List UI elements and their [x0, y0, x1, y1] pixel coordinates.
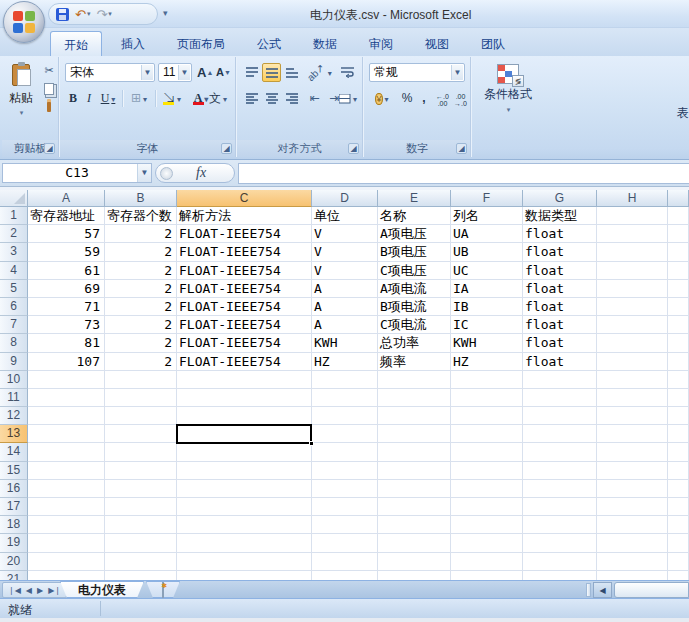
cell-F2[interactable]: UA — [451, 225, 523, 243]
font-name-caret-icon[interactable]: ▼ — [141, 65, 153, 80]
insert-function-button[interactable]: fx — [155, 163, 235, 183]
cell-H10[interactable] — [597, 371, 668, 389]
row-header-8[interactable]: 8 — [0, 334, 28, 352]
alignment-dialog-launcher[interactable]: ◢ — [348, 143, 359, 154]
cell-G10[interactable] — [523, 371, 597, 389]
cell-G21[interactable] — [523, 571, 597, 580]
cell-I14[interactable] — [668, 443, 689, 461]
cell-I5[interactable] — [668, 280, 689, 298]
last-sheet-button[interactable]: ▶❘ — [46, 586, 63, 595]
row-header-2[interactable]: 2 — [0, 225, 28, 243]
cell-A10[interactable] — [28, 371, 105, 389]
cell-E21[interactable] — [378, 571, 451, 580]
cell-G7[interactable]: float — [523, 316, 597, 334]
cell-G16[interactable] — [523, 480, 597, 498]
cell-A1[interactable]: 寄存器地址 — [28, 207, 105, 225]
accounting-format-button[interactable]: ¥ — [369, 89, 395, 108]
cell-F21[interactable] — [451, 571, 523, 580]
next-sheet-button[interactable]: ▶ — [35, 586, 45, 595]
cell-B19[interactable] — [105, 534, 177, 552]
column-header-G[interactable]: G — [523, 190, 597, 207]
cell-H21[interactable] — [597, 571, 668, 580]
cell-I13[interactable] — [668, 425, 689, 443]
cut-button[interactable]: ✂ — [40, 62, 58, 79]
font-size-caret-icon[interactable]: ▼ — [178, 65, 190, 80]
cell-C6[interactable]: FLOAT-IEEE754 — [177, 298, 312, 316]
cell-G15[interactable] — [523, 462, 597, 480]
formula-input[interactable] — [238, 163, 689, 184]
cell-B21[interactable] — [105, 571, 177, 580]
shrink-font-button[interactable]: A▼ — [215, 63, 232, 82]
cell-H13[interactable] — [597, 425, 668, 443]
cell-D21[interactable] — [312, 571, 378, 580]
cell-G3[interactable]: float — [523, 243, 597, 261]
row-header-13[interactable]: 13 — [0, 425, 28, 443]
row-header-12[interactable]: 12 — [0, 407, 28, 425]
cell-C12[interactable] — [177, 407, 312, 425]
bold-button[interactable]: B — [65, 89, 81, 108]
cell-D12[interactable] — [312, 407, 378, 425]
cell-I16[interactable] — [668, 480, 689, 498]
cell-B15[interactable] — [105, 462, 177, 480]
cell-B11[interactable] — [105, 389, 177, 407]
cell-A15[interactable] — [28, 462, 105, 480]
cell-E20[interactable] — [378, 553, 451, 571]
cell-A21[interactable] — [28, 571, 105, 580]
cell-A9[interactable]: 107 — [28, 353, 105, 371]
select-all-corner[interactable] — [0, 190, 28, 207]
ribbon-tab-4[interactable]: 数据 — [300, 31, 350, 56]
cell-B6[interactable]: 2 — [105, 298, 177, 316]
cell-C14[interactable] — [177, 443, 312, 461]
column-header-C[interactable]: C — [177, 190, 312, 207]
cell-F12[interactable] — [451, 407, 523, 425]
cell-H9[interactable] — [597, 353, 668, 371]
column-header-D[interactable]: D — [312, 190, 378, 207]
cell-E14[interactable] — [378, 443, 451, 461]
wrap-text-button[interactable] — [337, 63, 357, 82]
row-header-10[interactable]: 10 — [0, 371, 28, 389]
cell-C8[interactable]: FLOAT-IEEE754 — [177, 334, 312, 352]
cell-C21[interactable] — [177, 571, 312, 580]
column-header-partial[interactable] — [668, 190, 689, 207]
borders-button[interactable]: ⊞ — [125, 89, 153, 108]
cell-F15[interactable] — [451, 462, 523, 480]
format-as-table-button[interactable]: 表 — [668, 60, 689, 138]
cell-I11[interactable] — [668, 389, 689, 407]
cell-I21[interactable] — [668, 571, 689, 580]
cell-E4[interactable]: C项电压 — [378, 262, 451, 280]
row-header-14[interactable]: 14 — [0, 443, 28, 461]
sheet-tab[interactable]: 电力仪表 — [60, 581, 144, 598]
paste-dropdown-arrow[interactable]: ▾ — [8, 109, 35, 117]
cell-A3[interactable]: 59 — [28, 243, 105, 261]
cell-G2[interactable]: float — [523, 225, 597, 243]
cell-G1[interactable]: 数据类型 — [523, 207, 597, 225]
cell-H19[interactable] — [597, 534, 668, 552]
cell-I10[interactable] — [668, 371, 689, 389]
ribbon-tab-1[interactable]: 插入 — [108, 31, 158, 56]
cell-C3[interactable]: FLOAT-IEEE754 — [177, 243, 312, 261]
cell-C11[interactable] — [177, 389, 312, 407]
cell-C19[interactable] — [177, 534, 312, 552]
fill-handle[interactable] — [309, 441, 314, 446]
phonetic-button[interactable]: 文 — [204, 89, 232, 108]
cell-A7[interactable]: 73 — [28, 316, 105, 334]
cell-D16[interactable] — [312, 480, 378, 498]
cell-B16[interactable] — [105, 480, 177, 498]
cell-G14[interactable] — [523, 443, 597, 461]
cell-B13[interactable] — [105, 425, 177, 443]
row-header-15[interactable]: 15 — [0, 462, 28, 480]
cell-B20[interactable] — [105, 553, 177, 571]
cell-H7[interactable] — [597, 316, 668, 334]
cell-H16[interactable] — [597, 480, 668, 498]
cell-F6[interactable]: IB — [451, 298, 523, 316]
cell-E10[interactable] — [378, 371, 451, 389]
name-box-caret-icon[interactable]: ▼ — [137, 164, 151, 182]
cell-E1[interactable]: 名称 — [378, 207, 451, 225]
undo-button[interactable]: ↶▾ — [74, 5, 91, 23]
row-header-4[interactable]: 4 — [0, 262, 28, 280]
cell-G19[interactable] — [523, 534, 597, 552]
cell-H14[interactable] — [597, 443, 668, 461]
row-header-16[interactable]: 16 — [0, 480, 28, 498]
align-right-button[interactable] — [282, 89, 301, 108]
number-dialog-launcher[interactable]: ◢ — [456, 143, 467, 154]
